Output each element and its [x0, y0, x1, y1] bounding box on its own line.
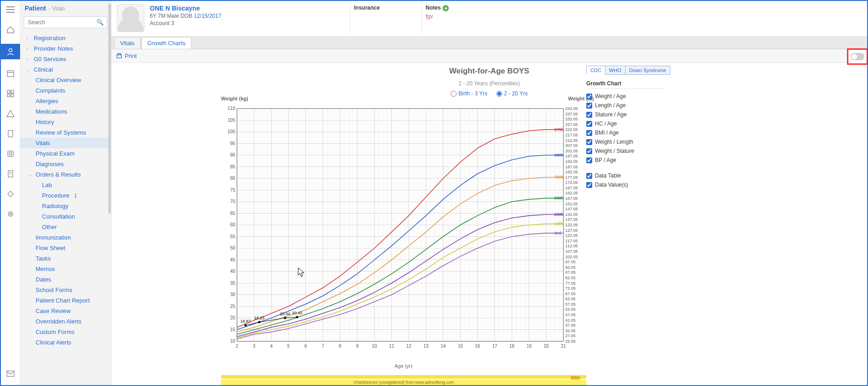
- opt-hc-age[interactable]: HC / Age: [586, 119, 664, 128]
- toggle-switch[interactable]: [851, 53, 864, 60]
- tab-vitals[interactable]: Vitals: [114, 37, 141, 49]
- svg-text:16.87: 16.87: [241, 319, 251, 323]
- svg-text:18.23: 18.23: [254, 316, 265, 320]
- tab-down-syndrome[interactable]: Down Syndrome: [625, 66, 670, 75]
- nav-clinical-overview[interactable]: Clinical Overview: [20, 75, 111, 85]
- svg-text:87.05: 87.05: [565, 270, 576, 275]
- svg-text:13: 13: [423, 344, 429, 349]
- chart-credit: ChartDirector (unregistered) from www.ad…: [221, 380, 586, 385]
- search-input[interactable]: [24, 16, 107, 28]
- radio-2-20yrs[interactable]: 2 - 20 Yrs: [496, 90, 528, 97]
- add-note-icon[interactable]: +: [442, 5, 449, 11]
- svg-rect-13: [117, 55, 121, 58]
- svg-text:105: 105: [227, 118, 235, 123]
- tab-growth-charts[interactable]: Growth Charts: [142, 37, 192, 49]
- nav-registration[interactable]: ›Registration: [20, 33, 111, 43]
- radio-birth-3yrs[interactable]: Birth - 3 Yrs: [451, 90, 487, 97]
- nav-immunization[interactable]: Immunization: [20, 232, 111, 243]
- svg-text:20.40: 20.40: [292, 311, 302, 315]
- opt-bp-age[interactable]: BP / Age: [586, 156, 664, 165]
- svg-text:10th: 10th: [554, 221, 563, 226]
- svg-text:3: 3: [253, 344, 256, 349]
- nav-clinical[interactable]: ⌄Clinical: [20, 64, 111, 75]
- svg-text:137.05: 137.05: [565, 217, 578, 222]
- search-icon[interactable]: 🔍: [96, 19, 104, 26]
- nav-provider-notes[interactable]: ›Provider Notes: [20, 43, 111, 54]
- svg-text:6: 6: [305, 344, 307, 349]
- opt-length-age[interactable]: Length / Age: [586, 101, 664, 110]
- dial-icon[interactable]: [5, 148, 16, 160]
- nav-dates[interactable]: Dates: [20, 274, 111, 285]
- opt-weight-stature[interactable]: Weight / Stature: [586, 146, 664, 156]
- svg-text:187.05: 187.05: [565, 165, 578, 169]
- svg-text:122.05: 122.05: [565, 233, 578, 238]
- nav-tasks[interactable]: Tasks: [20, 253, 111, 264]
- tab-cdc[interactable]: CDC: [586, 66, 605, 75]
- patient-name: ONE N Biscayne: [150, 5, 337, 12]
- nav-complaints[interactable]: Complaints: [20, 85, 111, 96]
- print-button[interactable]: Print: [116, 52, 137, 59]
- nav-medications[interactable]: Medications: [20, 106, 111, 117]
- grid-icon[interactable]: [5, 88, 16, 99]
- svg-text:52.05: 52.05: [565, 307, 576, 312]
- svg-point-8: [9, 152, 12, 155]
- nav-radiology[interactable]: Radiology: [20, 201, 111, 211]
- growth-chart-options: Growth Chart Weight / Age Length / Age S…: [586, 78, 664, 189]
- document-icon[interactable]: [5, 128, 16, 140]
- svg-text:42.05: 42.05: [565, 318, 576, 323]
- nav-diagnoses[interactable]: Diagnoses: [20, 159, 111, 169]
- opts-header: Growth Chart: [586, 78, 664, 89]
- nav-case-review[interactable]: Case Review: [20, 306, 111, 316]
- svg-text:16: 16: [475, 344, 480, 349]
- sidebar-scrollbar[interactable]: [108, 4, 111, 214]
- gear-icon[interactable]: [5, 208, 16, 220]
- opt-data-table[interactable]: Data Table: [586, 171, 664, 180]
- nav-vitals[interactable]: Vitals: [20, 138, 111, 148]
- nav-consultation[interactable]: Consultation: [20, 211, 111, 222]
- home-icon[interactable]: [5, 24, 16, 36]
- nav-physical-exam[interactable]: Physical Exam: [20, 148, 111, 159]
- svg-text:202.05: 202.05: [565, 149, 578, 153]
- svg-text:17: 17: [492, 344, 498, 349]
- notes-value: fgv: [426, 13, 449, 20]
- main: ONE N Biscayne 6Y 7M Male DOB 12/15/2017…: [111, 1, 867, 385]
- patient-icon[interactable]: [1, 44, 20, 59]
- opt-data-values[interactable]: Data Value(s): [586, 180, 664, 189]
- svg-text:25: 25: [230, 304, 236, 309]
- nav-clinical-alerts[interactable]: Clinical Alerts: [20, 337, 111, 348]
- hamburger-icon[interactable]: [5, 4, 16, 16]
- opt-bmi-age[interactable]: BMI / Age: [586, 128, 664, 137]
- page-icon[interactable]: [5, 168, 16, 180]
- calendar-icon[interactable]: [5, 68, 16, 79]
- view-toggle[interactable]: [847, 48, 868, 65]
- nav-history[interactable]: History: [20, 117, 111, 127]
- svg-text:242.05: 242.05: [565, 106, 578, 111]
- nav-review-of-systems[interactable]: Review of Systems: [20, 127, 111, 138]
- svg-text:90th: 90th: [554, 152, 563, 157]
- nav-school-forms[interactable]: School Forms: [20, 285, 111, 295]
- nav-other[interactable]: Other: [20, 222, 111, 232]
- nav-orders-results[interactable]: ⌄Orders & Results: [20, 169, 111, 180]
- svg-text:30: 30: [230, 292, 236, 297]
- nav-custom-forms[interactable]: Custom Forms: [20, 327, 111, 337]
- svg-text:227.05: 227.05: [565, 122, 578, 127]
- opt-weight-age[interactable]: Weight / Age: [586, 92, 664, 101]
- svg-rect-7: [8, 151, 13, 156]
- nav-allergies[interactable]: Allergies: [20, 96, 111, 106]
- nav-lab[interactable]: Lab: [20, 180, 111, 190]
- mail-icon[interactable]: [5, 368, 16, 380]
- tab-who[interactable]: WHO: [605, 66, 626, 75]
- svg-text:4: 4: [270, 344, 273, 349]
- opt-weight-length[interactable]: Weight / Length: [586, 137, 664, 146]
- rx-icon[interactable]: [5, 188, 16, 200]
- opt-stature-age[interactable]: Stature / Age: [586, 110, 664, 119]
- nav-procedure[interactable]: Procedure1: [20, 190, 111, 201]
- nav-patient-chart-report[interactable]: Patient Chart Report: [20, 295, 111, 306]
- nav-g0-services[interactable]: ›G0 Services: [20, 54, 111, 64]
- alert-icon[interactable]: [5, 108, 16, 120]
- nav-overridden-alerts[interactable]: Overridden Alerts: [20, 316, 111, 327]
- nav-memos[interactable]: Memos: [20, 264, 111, 274]
- nav-flow-sheet[interactable]: Flow Sheet: [20, 243, 111, 253]
- growth-source-tabs: CDC WHO Down Syndrome: [586, 66, 670, 75]
- slider-bar[interactable]: [221, 375, 586, 379]
